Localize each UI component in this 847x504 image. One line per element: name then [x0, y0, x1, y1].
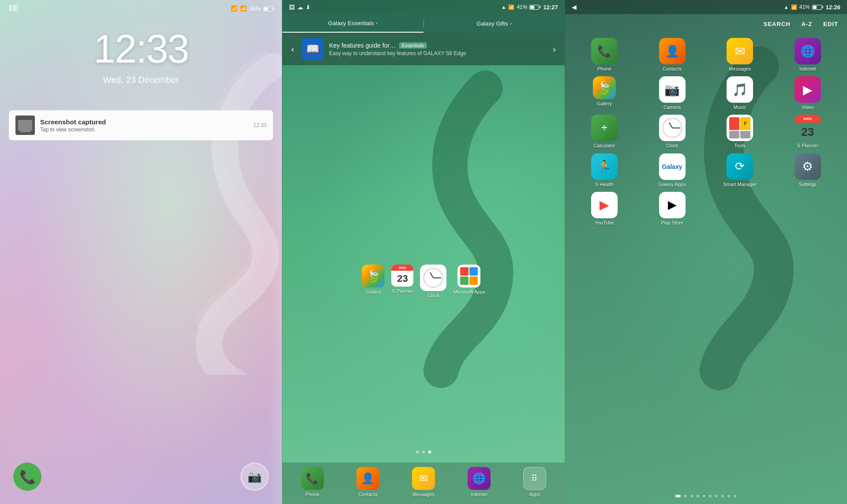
status-right: ▲ 📶 41% 12:27 [501, 4, 558, 11]
drawer-messages-app[interactable]: ✉ Messages [707, 38, 773, 72]
gallery-icon: 🍃 [362, 265, 385, 287]
drawer-splanner-icon: WED 23 [795, 115, 821, 141]
dock-contacts-icon: 👤 [356, 467, 379, 490]
drawer-clock-app[interactable]: Clock [639, 115, 705, 149]
battery-label3: 41% [799, 4, 810, 10]
internet-glyph2: 🌐 [801, 45, 815, 58]
screenshot-icon: 🖼 [289, 4, 295, 11]
messages-glyph2: ✉ [735, 44, 745, 59]
drawer-tools-icon: P [727, 115, 753, 141]
drawer-dot-2 [684, 495, 687, 497]
dock-messages[interactable]: ✉ Messages [412, 467, 435, 497]
edit-button[interactable]: EDIT [823, 21, 838, 27]
drawer-contacts-icon: 👤 [659, 38, 686, 64]
drawer-youtube-app[interactable]: ▶ YouTube [572, 192, 637, 226]
tools-cell3 [729, 131, 739, 139]
tab-galaxy-essentials[interactable]: Galaxy Essentials › [282, 14, 423, 33]
drawer-smartmanager-label: Smart Manager [723, 182, 757, 187]
drawer-shealth-label: S Health [595, 182, 614, 187]
drawer-internet-icon: 🌐 [795, 38, 821, 64]
phone1-lockscreen: EE 📶 📶 36% 12:33 Wed, 23 December Screen… [0, 0, 282, 504]
drawer-contacts-app[interactable]: 👤 Contacts [639, 38, 705, 72]
dock-phone-icon: 📞 [301, 467, 324, 490]
drawer-playstore-app[interactable]: ▶ Play Store [639, 192, 705, 226]
home-clock-app[interactable]: Clock [420, 265, 446, 299]
drawer-calculator-label: Calculator [593, 143, 615, 149]
drawer-internet-app[interactable]: 🌐 Internet [775, 38, 840, 72]
msapps-icon [457, 265, 480, 287]
status-bar-phone2: 🖼 ☁ ⬇ ▲ 📶 41% 12:27 [282, 0, 564, 14]
dock-phone[interactable]: 📞 Phone [301, 467, 324, 497]
drawer-youtube-label: YouTube [595, 220, 614, 226]
home-gallery-app[interactable]: 🍃 Gallery [362, 265, 385, 299]
drawer-settings-app[interactable]: ⚙ Settings [775, 153, 840, 187]
drawer-phone-label: Phone [597, 66, 611, 72]
featured-badge: Essentials [399, 42, 427, 49]
drawer-tools-app[interactable]: P Tools [707, 115, 773, 149]
battery-icon3 [812, 5, 822, 10]
drawer-calculator-app[interactable]: ÷ Calculator [572, 115, 637, 149]
dock-messages-label: Messages [412, 492, 435, 497]
clock-face [423, 268, 443, 288]
dock-apps[interactable]: ⠿ Apps [523, 467, 546, 497]
ms-cell-2 [469, 267, 478, 276]
status-right-phone3: ▲ 📶 41% 12:26 [784, 4, 840, 11]
phone-glyph2: 📞 [597, 45, 611, 58]
drawer-dot-3 [690, 495, 693, 497]
drawer-messages-icon: ✉ [727, 38, 753, 64]
phone-app-icon[interactable]: 📞 [13, 463, 41, 491]
shealth-glyph: 🏃 [597, 160, 611, 173]
chevron-essentials: › [376, 20, 378, 26]
dock-internet-icon: 🌐 [468, 467, 491, 490]
notification-card[interactable]: Screenshot captured Tap to view screensh… [9, 110, 273, 140]
status-bar-phone1: EE 📶 📶 36% [0, 4, 282, 12]
drawer-camera-app[interactable]: 📷 Camera [639, 76, 705, 110]
internet-glyph: 🌐 [472, 472, 486, 485]
drawer-smartmanager-app[interactable]: ⟳ Smart Manager [707, 153, 773, 187]
video-glyph: ▶ [803, 82, 813, 97]
drawer-smartmanager-icon: ⟳ [727, 153, 753, 180]
app-drawer-grid: 📞 Phone 👤 Contacts ✉ Messages 🌐 Internet… [565, 34, 847, 486]
drawer-gallery-app[interactable]: 🍃 Gallery [572, 76, 637, 110]
drawer-dot-8 [721, 495, 724, 497]
contacts-glyph: 👤 [361, 472, 375, 485]
dock-internet[interactable]: 🌐 Internet [468, 467, 491, 497]
az-button[interactable]: A-Z [802, 21, 813, 27]
status-left-icons: 🖼 ☁ ⬇ [289, 4, 311, 11]
drawer-dot-5 [703, 495, 705, 497]
drawer-playstore-label: Play Store [661, 220, 683, 226]
music-glyph: 🎵 [732, 82, 748, 97]
dock-apps-icon: ⠿ [523, 467, 546, 490]
search-button[interactable]: SEARCH [764, 21, 791, 27]
battery-label: 36% [249, 5, 261, 12]
tab-galaxy-gifts[interactable]: Galaxy Gifts › [424, 14, 565, 33]
drawer-contacts-label: Contacts [663, 66, 682, 72]
page-dot-3 [428, 451, 431, 453]
home-msapps-app[interactable]: Microsoft Apps [453, 265, 485, 299]
featured-app-icon: 📖 [302, 38, 324, 60]
messages-glyph: ✉ [419, 472, 428, 485]
home-splanner-app[interactable]: WED 23 S Planner [391, 265, 413, 299]
signal-icon: 📶 [240, 5, 247, 11]
drawer-shealth-app[interactable]: 🏃 S Health [572, 153, 637, 187]
dock-contacts[interactable]: 👤 Contacts [356, 467, 379, 497]
download-icon: ⬇ [306, 4, 311, 11]
camera-button[interactable]: 📷 [240, 463, 269, 491]
featured-prev-btn[interactable]: ‹ [289, 42, 296, 56]
featured-next-btn[interactable]: › [551, 42, 558, 56]
screenshot-thumb [15, 116, 35, 135]
chevron-gifts: › [510, 21, 512, 26]
drawer-splanner-app[interactable]: WED 23 S Planner [775, 115, 840, 149]
drawer-galaxyapps-app[interactable]: Galaxy Galaxy Apps [639, 153, 705, 187]
wifi-icon3: ▲ [784, 4, 789, 10]
drawer-shealth-icon: 🏃 [591, 153, 618, 180]
splanner-label: S Planner [392, 288, 413, 294]
dock-contacts-label: Contacts [358, 492, 377, 497]
phone2-homescreen: 🖼 ☁ ⬇ ▲ 📶 41% 12:27 Galaxy Essentials › … [282, 0, 565, 504]
drawer-music-app[interactable]: 🎵 Music [707, 76, 773, 110]
drawer-video-app[interactable]: ▶ Video [775, 76, 840, 110]
drawer-phone-app[interactable]: 📞 Phone [572, 38, 637, 72]
clock-min-hand [433, 278, 441, 279]
page-dot-2 [422, 451, 425, 453]
time-label3: 12:26 [826, 4, 840, 11]
